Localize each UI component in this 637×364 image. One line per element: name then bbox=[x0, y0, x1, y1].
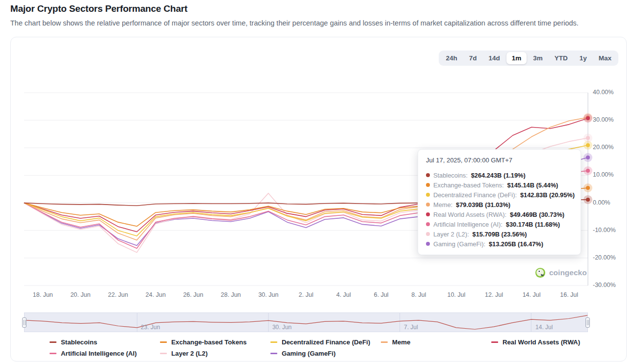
range-button-ytd[interactable]: YTD bbox=[549, 52, 573, 64]
legend-color-dash bbox=[160, 353, 167, 354]
navigator-left-handle[interactable] bbox=[22, 317, 27, 328]
navigator-line bbox=[25, 315, 587, 330]
legend-color-dash bbox=[160, 341, 167, 342]
x-tick-label: 4. Jul bbox=[324, 291, 363, 298]
x-tick-label: 22. Jun bbox=[99, 291, 138, 298]
tooltip-rows: Stablecoins: $264.243B (1.19%)Exchange-b… bbox=[426, 170, 573, 249]
range-button-1y[interactable]: 1y bbox=[574, 52, 592, 64]
tooltip-series-value: $30.174B (11.68%) bbox=[506, 221, 560, 228]
legend-label: Gaming (GameFi) bbox=[282, 350, 336, 357]
endpoint-marker-artificial-intelligence-ai bbox=[586, 169, 590, 173]
series-color-dot bbox=[426, 222, 430, 226]
legend-item-layer-2-l2[interactable]: Layer 2 (L2) bbox=[160, 350, 270, 357]
tooltip-series-value: $264.243B (1.19%) bbox=[471, 172, 526, 179]
legend-item-artificial-intelligence-ai[interactable]: Artificial Intelligence (AI) bbox=[50, 350, 160, 357]
tooltip-row-stablecoins: Stablecoins: $264.243B (1.19%) bbox=[426, 170, 573, 180]
navigator-date-label: 30. Jun bbox=[272, 324, 292, 331]
navigator-mini-chart[interactable] bbox=[25, 313, 587, 332]
page-title: Major Crypto Sectors Performance Chart bbox=[10, 3, 187, 14]
x-tick-label: 28. Jun bbox=[211, 291, 250, 298]
y-tick-label: 40.00% bbox=[593, 89, 628, 96]
tooltip-series-label: Real World Assets (RWA): bbox=[433, 211, 506, 218]
legend-label: Exchange-based Tokens bbox=[171, 338, 247, 346]
tooltip-series-label: Decentralized Finance (DeFi): bbox=[433, 191, 517, 199]
page-subtitle: The chart below shows the relative perfo… bbox=[10, 19, 579, 27]
tooltip-row-gaming-gamefi: Gaming (GameFi): $13.205B (16.47%) bbox=[426, 239, 573, 249]
endpoint-marker-real-world-assets-rwa bbox=[586, 116, 590, 120]
legend-color-dash bbox=[270, 341, 277, 342]
coingecko-watermark: coingecko bbox=[535, 267, 587, 278]
page: Major Crypto Sectors Performance Chart T… bbox=[0, 0, 637, 364]
series-color-dot bbox=[426, 173, 430, 177]
y-tick-label: -30.00% bbox=[593, 282, 628, 288]
tooltip-timestamp: Jul 17, 2025, 07:00:00 GMT+7 bbox=[426, 156, 573, 164]
legend-item-stablecoins[interactable]: Stablecoins bbox=[50, 338, 160, 346]
tooltip-series-label: Exchange-based Tokens: bbox=[433, 182, 504, 189]
legend-label: Meme bbox=[392, 338, 410, 346]
tooltip-row-decentralized-finance-defi: Decentralized Finance (DeFi): $142.83B (… bbox=[426, 190, 573, 200]
y-tick-label: 10.00% bbox=[593, 171, 628, 178]
endpoint-marker-gaming-gamefi bbox=[586, 156, 590, 159]
tooltip-series-value: $142.83B (20.95%) bbox=[520, 191, 575, 199]
tooltip-row-exchange-based-tokens: Exchange-based Tokens: $145.14B (5.44%) bbox=[426, 180, 573, 190]
x-tick-label: 16. Jul bbox=[550, 291, 589, 298]
series-color-dot bbox=[426, 212, 430, 216]
x-tick-label: 10. Jul bbox=[437, 291, 476, 298]
y-tick-label: 0.00% bbox=[593, 199, 628, 206]
endpoint-marker-decentralized-finance-defi bbox=[586, 143, 590, 147]
range-button-7d[interactable]: 7d bbox=[464, 52, 482, 64]
tooltip-row-real-world-assets-rwa: Real World Assets (RWA): $49.469B (30.73… bbox=[426, 209, 573, 219]
y-tick-label: 30.00% bbox=[593, 116, 628, 123]
legend-label: Real World Assets (RWA) bbox=[503, 338, 580, 346]
x-tick-label: 12. Jul bbox=[475, 291, 514, 298]
y-tick-label: -10.00% bbox=[593, 227, 628, 234]
legend-color-dash bbox=[491, 341, 498, 342]
y-tick-label: -20.00% bbox=[593, 254, 628, 261]
tooltip-row-meme: Meme: $79.039B (31.03%) bbox=[426, 200, 573, 209]
navigator-date-label: 23. Jun bbox=[141, 324, 160, 331]
navigator-right-handle[interactable] bbox=[585, 317, 590, 328]
x-tick-label: 24. Jun bbox=[136, 291, 175, 298]
series-color-dot bbox=[426, 232, 430, 236]
chart-navigator[interactable]: 23. Jun30. Jun7. Jul14. Jul bbox=[24, 312, 588, 332]
tooltip-series-value: $79.039B (31.03%) bbox=[456, 201, 510, 208]
x-tick-label: 20. Jun bbox=[61, 291, 100, 298]
chart-tooltip: Jul 17, 2025, 07:00:00 GMT+7 Stablecoins… bbox=[418, 149, 581, 255]
x-tick-label: 8. Jul bbox=[399, 291, 438, 298]
navigator-date-label: 7. Jul bbox=[404, 324, 418, 331]
range-button-3m[interactable]: 3m bbox=[528, 52, 548, 64]
tooltip-series-value: $15.709B (23.56%) bbox=[473, 231, 527, 238]
coingecko-logo-icon bbox=[535, 267, 546, 278]
range-button-max[interactable]: Max bbox=[593, 52, 617, 64]
endpoint-marker-stablecoins bbox=[586, 198, 590, 202]
range-button-1m[interactable]: 1m bbox=[506, 52, 527, 64]
chart-card: 24h7d14d1m3mYTD1yMax 40.00%30.00%20.00%1… bbox=[10, 37, 627, 362]
series-color-dot bbox=[426, 183, 430, 187]
navigator-date-label: 14. Jul bbox=[535, 324, 553, 331]
legend-item-exchange-based-tokens[interactable]: Exchange-based Tokens bbox=[160, 338, 270, 346]
endpoint-marker-exchange-based-tokens bbox=[586, 186, 590, 190]
legend-item-real-world-assets-rwa[interactable]: Real World Assets (RWA) bbox=[491, 338, 602, 346]
legend-item-gaming-gamefi[interactable]: Gaming (GameFi) bbox=[270, 350, 381, 357]
series-color-dot bbox=[426, 203, 430, 207]
range-button-14d[interactable]: 14d bbox=[483, 52, 505, 64]
legend-item-decentralized-finance-defi[interactable]: Decentralized Finance (DeFi) bbox=[270, 338, 381, 346]
tooltip-series-value: $49.469B (30.73%) bbox=[510, 211, 564, 218]
legend-color-dash bbox=[270, 353, 277, 354]
y-tick-label: 20.00% bbox=[593, 144, 628, 151]
tooltip-series-label: Gaming (GameFi): bbox=[433, 240, 485, 248]
tooltip-series-label: Meme: bbox=[433, 201, 452, 208]
legend-item-meme[interactable]: Meme bbox=[381, 338, 491, 346]
legend-label: Artificial Intelligence (AI) bbox=[61, 350, 137, 357]
series-color-dot bbox=[426, 242, 430, 246]
x-tick-label: 30. Jun bbox=[249, 291, 288, 298]
range-selector: 24h7d14d1m3mYTD1yMax bbox=[439, 51, 618, 66]
legend-label: Layer 2 (L2) bbox=[171, 350, 208, 357]
range-button-24h[interactable]: 24h bbox=[440, 52, 462, 64]
tooltip-series-value: $13.205B (16.47%) bbox=[489, 240, 543, 248]
x-tick-label: 2. Jul bbox=[287, 291, 326, 298]
x-tick-label: 14. Jul bbox=[512, 291, 551, 298]
legend-label: Stablecoins bbox=[61, 338, 97, 346]
legend-color-dash bbox=[381, 341, 388, 342]
watermark-text: coingecko bbox=[549, 268, 587, 277]
